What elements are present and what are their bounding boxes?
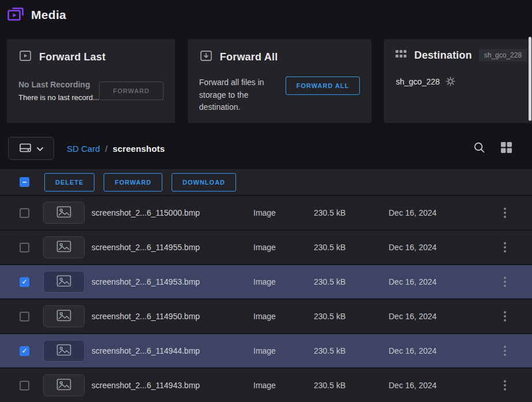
breadcrumb-current-folder: screenshots — [113, 144, 165, 154]
image-icon — [56, 378, 71, 393]
grid-view-button[interactable] — [500, 141, 512, 155]
image-icon — [56, 206, 71, 220]
table-row: screenshot_2...6_114955.bmp Image 230.5 … — [0, 229, 532, 264]
chevron-down-icon — [37, 144, 43, 153]
file-type: Image — [253, 346, 314, 355]
file-date: Dec 16, 2024 — [389, 346, 500, 355]
page-title: Media — [31, 8, 66, 22]
file-date: Dec 16, 2024 — [389, 277, 500, 286]
file-table: DELETE FORWARD DOWNLOAD screenshot_2...6… — [0, 169, 532, 402]
row-menu-button[interactable] — [500, 378, 510, 393]
row-menu-button[interactable] — [500, 343, 510, 358]
destination-card: Destination sh_gco_228 sh_gco_228 — [384, 39, 532, 123]
forward-last-icon — [18, 49, 32, 65]
search-button[interactable] — [473, 141, 485, 155]
file-size: 230.5 kB — [314, 381, 389, 390]
row-menu-button[interactable] — [500, 205, 510, 220]
file-name: screenshot_2...6_114944.bmp — [92, 346, 253, 355]
file-thumbnail[interactable] — [43, 236, 85, 258]
row-checkbox[interactable] — [20, 277, 29, 287]
search-icon — [473, 141, 485, 155]
destination-title: Destination — [414, 49, 472, 62]
image-icon — [56, 344, 71, 358]
destination-value: sh_gco_228 — [396, 77, 439, 86]
media-logo-icon — [7, 6, 24, 24]
file-date: Dec 16, 2024 — [389, 312, 500, 321]
select-all-checkbox[interactable] — [20, 177, 29, 187]
app-header: Media — [0, 0, 532, 24]
file-size: 230.5 kB — [314, 277, 389, 286]
row-checkbox[interactable] — [20, 312, 29, 321]
row-menu-button[interactable] — [500, 274, 510, 289]
storage-select-dropdown[interactable] — [8, 137, 54, 160]
file-browser-toolbar: SD Card / screenshots — [0, 123, 532, 160]
download-button[interactable]: DOWNLOAD — [172, 173, 236, 192]
row-menu-button[interactable] — [500, 309, 510, 324]
file-thumbnail[interactable] — [43, 374, 85, 396]
forward-button[interactable]: FORWARD — [104, 173, 162, 192]
file-thumbnail[interactable] — [43, 271, 85, 293]
forward-last-description: There is no last record... — [18, 93, 99, 102]
destination-settings-gear-icon[interactable] — [446, 76, 455, 86]
image-icon — [56, 309, 71, 324]
file-name: screenshot_2...6_115000.bmp — [92, 208, 253, 217]
table-row: screenshot_2...6_115000.bmp Image 230.5 … — [0, 195, 532, 229]
forward-last-button[interactable]: FORWARD — [99, 82, 164, 100]
file-type: Image — [253, 277, 314, 286]
destination-icon — [396, 50, 407, 60]
destination-badge: sh_gco_228 — [479, 49, 527, 62]
forward-last-card: Forward Last No Last Recording There is … — [7, 39, 175, 123]
file-type: Image — [253, 312, 314, 321]
storage-drive-icon — [20, 143, 31, 154]
forward-all-button[interactable]: FORWARD ALL — [286, 76, 360, 95]
file-rows: screenshot_2...6_115000.bmp Image 230.5 … — [0, 195, 532, 402]
forward-all-title: Forward All — [220, 51, 278, 63]
file-thumbnail[interactable] — [43, 202, 85, 224]
file-name: screenshot_2...6_114943.bmp — [92, 381, 253, 390]
file-date: Dec 16, 2024 — [389, 208, 500, 217]
cards-row: Forward Last No Last Recording There is … — [0, 24, 532, 123]
media-page: Media Forward Last No Last Recording The… — [0, 0, 532, 402]
row-menu-button[interactable] — [500, 240, 510, 255]
file-size: 230.5 kB — [314, 243, 389, 252]
image-icon — [56, 240, 71, 255]
file-date: Dec 16, 2024 — [389, 381, 500, 390]
scrollbar-thumb[interactable] — [529, 37, 531, 121]
grid-view-icon — [500, 141, 512, 155]
breadcrumb-sd-card[interactable]: SD Card — [67, 144, 100, 154]
file-name: screenshot_2...6_114955.bmp — [92, 243, 253, 252]
row-checkbox[interactable] — [20, 208, 29, 218]
forward-all-description: Forward all files in storage to the dest… — [199, 76, 286, 114]
table-row: screenshot_2...6_114943.bmp Image 230.5 … — [0, 367, 532, 402]
row-checkbox[interactable] — [20, 346, 29, 356]
file-size: 230.5 kB — [314, 312, 389, 321]
table-row: screenshot_2...6_114944.bmp Image 230.5 … — [0, 333, 532, 367]
file-date: Dec 16, 2024 — [389, 243, 500, 252]
image-icon — [56, 275, 71, 289]
no-last-recording-label: No Last Recording — [18, 80, 99, 89]
file-size: 230.5 kB — [314, 208, 389, 217]
forward-all-icon — [199, 49, 213, 65]
file-type: Image — [253, 243, 314, 252]
breadcrumb-separator: / — [105, 144, 108, 154]
breadcrumb: SD Card / screenshots — [67, 144, 165, 154]
file-name: screenshot_2...6_114953.bmp — [92, 277, 253, 286]
row-checkbox[interactable] — [20, 381, 29, 390]
file-type: Image — [253, 208, 314, 217]
forward-all-card: Forward All Forward all files in storage… — [188, 39, 372, 123]
table-row: screenshot_2...6_114953.bmp Image 230.5 … — [0, 264, 532, 298]
forward-last-title: Forward Last — [39, 51, 105, 63]
file-thumbnail[interactable] — [43, 340, 85, 362]
table-actions-bar: DELETE FORWARD DOWNLOAD — [0, 169, 532, 195]
row-checkbox[interactable] — [20, 243, 29, 252]
file-size: 230.5 kB — [314, 346, 389, 355]
delete-button[interactable]: DELETE — [44, 173, 94, 192]
table-row: screenshot_2...6_114950.bmp Image 230.5 … — [0, 298, 532, 333]
file-name: screenshot_2...6_114950.bmp — [92, 312, 253, 321]
file-thumbnail[interactable] — [43, 305, 85, 327]
file-type: Image — [253, 381, 314, 390]
